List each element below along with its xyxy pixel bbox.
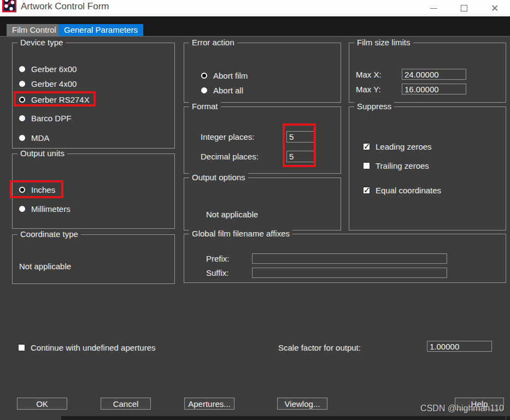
group-format: Format Integer places: Decimal places: [184, 107, 341, 174]
group-output-units-title: Output units [17, 149, 67, 158]
group-film-size-limits: Film size limits Max X: Max Y: [349, 43, 506, 103]
radio-icon [19, 205, 26, 212]
maximize-icon [461, 5, 467, 11]
checkbox-continue-undefined-apertures[interactable]: Continue with undefined apertures [18, 342, 156, 352]
window-bottom-edge-line [506, 416, 506, 420]
suffix-input[interactable] [252, 268, 447, 278]
prefix-input[interactable] [252, 253, 447, 264]
group-error-action-title: Error action [189, 38, 237, 47]
decimal-places-input[interactable] [286, 151, 315, 162]
radio-icon [19, 134, 26, 141]
titlebar: Artwork Control Form ✕ [0, 0, 510, 16]
radio-gerber-4x00[interactable]: Gerber 4x00 [19, 79, 77, 88]
max-y-label: Max Y: [356, 85, 381, 94]
decimal-places-label: Decimal places: [201, 152, 259, 161]
group-device-type: Device type Gerber 6x00 Gerber 4x00 Gerb… [12, 43, 175, 149]
window-title: Artwork Control Form [21, 1, 109, 12]
checkbox-trailing-zeroes[interactable]: Trailing zeroes [363, 161, 429, 170]
minimize-icon [430, 8, 437, 9]
radio-icon [19, 96, 26, 103]
group-error-action: Error action Abort film Abort all [184, 43, 341, 103]
group-filename-affixes-title: Global film filename affixes [189, 229, 292, 238]
checkbox-icon [363, 162, 370, 169]
max-x-label: Max X: [356, 70, 382, 79]
cancel-button[interactable]: Cancel [101, 398, 151, 410]
checkbox-leading-zeroes[interactable]: Leading zeroes [363, 141, 432, 151]
output-options-value: Not applicable [206, 210, 258, 219]
pcb-artwork-app-icon [2, 0, 16, 14]
checkbox-icon [363, 187, 370, 194]
radio-abort-all[interactable]: Abort all [201, 85, 243, 95]
group-output-options-title: Output options [189, 173, 248, 182]
radio-mda[interactable]: MDA [19, 133, 49, 143]
ok-button[interactable]: OK [17, 398, 67, 410]
window-bottom-edge [61, 416, 510, 420]
radio-gerber-rs274x[interactable]: Gerber RS274X [19, 94, 90, 104]
max-x-input[interactable] [402, 69, 466, 80]
group-filename-affixes: Global film filename affixes Prefix: Suf… [184, 234, 506, 283]
help-button[interactable]: Help [455, 398, 504, 410]
group-suppress-title: Suppress [354, 102, 394, 111]
tab-general-parameters[interactable]: General Parameters [58, 24, 143, 36]
suffix-label: Suffix: [206, 268, 228, 277]
radio-icon [19, 80, 26, 87]
tab-film-control[interactable]: Film Control [7, 24, 62, 36]
artwork-control-form-window: Artwork Control Form ✕ Film Control Gene… [0, 0, 510, 420]
radio-gerber-6x00[interactable]: Gerber 6x00 [19, 64, 77, 74]
radio-icon [201, 72, 208, 79]
group-format-title: Format [189, 102, 221, 111]
checkbox-icon [363, 143, 370, 150]
radio-icon [201, 87, 208, 94]
radio-icon [19, 66, 26, 73]
radio-abort-film[interactable]: Abort film [201, 70, 248, 80]
radio-icon [19, 115, 26, 122]
group-suppress: Suppress Leading zeroes Trailing zeroes … [349, 107, 506, 230]
scale-factor-input[interactable] [427, 341, 492, 352]
group-output-units: Output units Inches Millimeters [12, 153, 175, 229]
integer-places-input[interactable] [286, 131, 315, 143]
radio-inches[interactable]: Inches [19, 185, 55, 194]
group-output-options: Output options Not applicable [184, 178, 341, 230]
max-y-input[interactable] [402, 84, 466, 94]
radio-icon [19, 186, 26, 193]
radio-barco-dpf[interactable]: Barco DPF [19, 113, 71, 123]
group-device-type-title: Device type [17, 38, 66, 47]
integer-places-label: Integer places: [201, 132, 254, 141]
prefix-label: Prefix: [206, 254, 230, 263]
apertures-button[interactable]: Apertures... [184, 398, 235, 410]
window-controls: ✕ [418, 0, 510, 16]
tab-pane-border [0, 36, 510, 37]
radio-millimeters[interactable]: Millimeters [19, 204, 71, 214]
minimize-button[interactable] [418, 0, 449, 16]
close-button[interactable]: ✕ [479, 0, 510, 16]
scale-factor-label: Scale factor for output: [278, 343, 361, 352]
checkbox-equal-coordinates[interactable]: Equal coordinates [363, 185, 441, 195]
checkbox-icon [18, 344, 25, 351]
close-icon: ✕ [491, 4, 499, 13]
group-coordinate-type-title: Coordinate type [17, 229, 81, 239]
group-coordinate-type: Coordinate type Not applicable [12, 234, 175, 284]
viewlog-button[interactable]: Viewlog... [277, 398, 327, 410]
maximize-button[interactable] [449, 0, 479, 16]
group-film-size-limits-title: Film size limits [354, 38, 413, 47]
coordinate-type-value: Not applicable [19, 262, 71, 271]
